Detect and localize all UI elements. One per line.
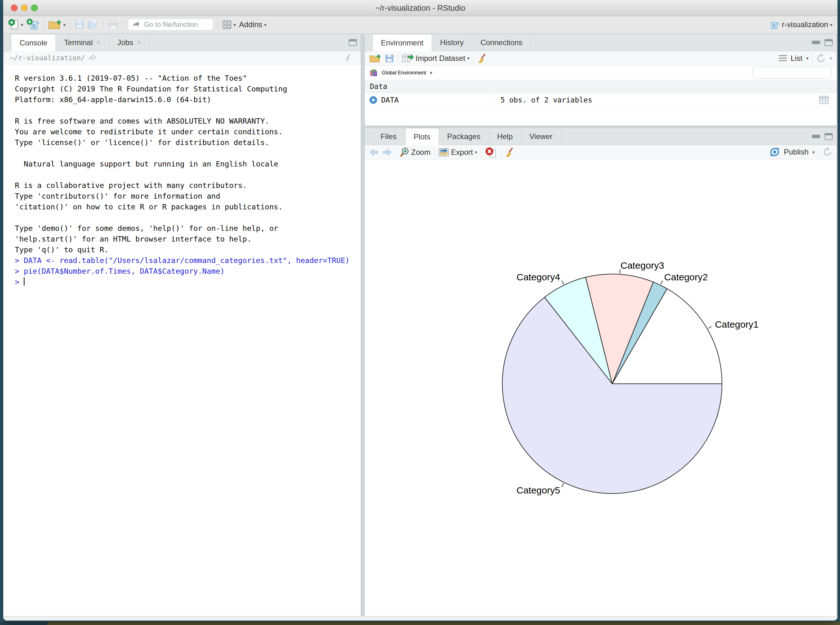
refresh-caret-icon[interactable]: ▾: [829, 56, 832, 61]
list-view-icon: [779, 55, 787, 61]
toolbar-separator: [481, 148, 481, 157]
list-view-label[interactable]: List: [791, 54, 803, 63]
object-name: DATA: [381, 96, 399, 104]
zoom-plot-label: Zoom: [411, 148, 430, 157]
tab-environment-label: Environment: [381, 39, 424, 47]
tab-packages[interactable]: Packages: [439, 128, 489, 145]
plots-pane: Files Plots Packages Help Viewer: [365, 128, 837, 616]
pie-label-tick: [661, 281, 663, 285]
pie-label-tick: [708, 326, 712, 329]
tab-console[interactable]: Console: [11, 34, 56, 51]
next-plot-icon[interactable]: [382, 148, 392, 156]
new-project-icon: R: [26, 19, 39, 31]
toolbar-separator: [501, 148, 501, 157]
pane-layout-button[interactable]: ▾: [222, 20, 236, 30]
tab-terminal[interactable]: Terminal ×: [56, 34, 109, 51]
minimize-pane-icon[interactable]: [812, 41, 820, 44]
table-row[interactable]: DATA 5 obs. of 2 variables: [365, 93, 837, 107]
tab-files[interactable]: Files: [372, 128, 405, 145]
toolbar-separator: [123, 19, 123, 30]
close-icon[interactable]: ×: [97, 39, 101, 47]
remove-plot-button[interactable]: [485, 147, 497, 158]
console-command: >DATA <- read.table("/Users/lsalazar/com…: [15, 255, 361, 266]
view-directory-icon[interactable]: [89, 54, 96, 61]
console-output-area[interactable]: R version 3.6.1 (2019-07-05) -- "Action …: [3, 65, 361, 287]
tab-viewer-label: Viewer: [530, 132, 553, 141]
toolbar-separator: [70, 19, 70, 30]
pie-label-tick: [562, 281, 564, 285]
global-environment-icon: [369, 68, 378, 77]
tab-help[interactable]: Help: [489, 128, 521, 145]
print-icon: [108, 20, 118, 30]
console-output: R version 3.6.1 (2019-07-05) -- "Action …: [15, 73, 361, 255]
environment-scope-label[interactable]: Global Environment: [382, 70, 426, 76]
project-menu-button[interactable]: R r-visualization ▾: [769, 19, 832, 30]
toolbar-separator: [473, 54, 474, 63]
svg-text:R: R: [772, 23, 776, 28]
toolbar-separator: [818, 147, 819, 157]
toolbar-separator: [44, 19, 44, 30]
load-workspace-icon[interactable]: [369, 54, 381, 63]
expand-object-icon[interactable]: [369, 96, 377, 104]
pie-label-category5: Category5: [517, 485, 560, 495]
maximize-pane-icon[interactable]: [824, 39, 833, 46]
tab-connections[interactable]: Connections: [472, 34, 531, 51]
clear-console-icon[interactable]: [344, 54, 352, 62]
title-bar: ~/r-visualization - RStudio: [3, 0, 837, 16]
publish-caret-icon[interactable]: ▾: [812, 150, 815, 154]
svg-text:R: R: [32, 23, 36, 30]
zoom-plot-button[interactable]: Zoom: [400, 147, 430, 157]
close-icon[interactable]: ×: [137, 39, 141, 47]
export-caret-icon: ▾: [475, 150, 477, 154]
save-icon: [75, 20, 84, 30]
print-button[interactable]: [108, 20, 118, 30]
toolbar-separator: [396, 148, 396, 157]
addins-button[interactable]: Addins ▾: [239, 20, 266, 29]
console-prompt-line[interactable]: >: [15, 277, 361, 287]
console-tabstrip: Console Terminal × Jobs ×: [3, 34, 361, 51]
open-file-caret-icon: ▾: [64, 22, 66, 27]
open-file-button[interactable]: ▾: [48, 19, 66, 30]
import-dataset-button[interactable]: Import Dataset ▾: [402, 54, 469, 63]
object-description: 5 obs. of 2 variables: [496, 93, 837, 107]
previous-plot-icon[interactable]: [369, 148, 379, 156]
maximize-pane-icon[interactable]: [824, 133, 833, 140]
import-dataset-caret-icon: ▾: [467, 56, 469, 61]
rstudio-window: ~/r-visualization - RStudio ▾ R: [3, 0, 837, 620]
refresh-icon[interactable]: [816, 54, 826, 63]
addins-caret-icon: ▾: [264, 22, 266, 27]
workbench: Console Terminal × Jobs × ~/r-visu: [3, 34, 837, 616]
environment-search-input[interactable]: [759, 69, 837, 77]
new-project-button[interactable]: R: [26, 19, 39, 31]
tab-files-label: Files: [380, 132, 397, 141]
save-button[interactable]: [75, 20, 84, 30]
environment-toolbar: Import Dataset ▾ List ▾: [365, 51, 837, 65]
tab-history[interactable]: History: [432, 34, 472, 51]
save-all-button[interactable]: [87, 20, 99, 30]
publish-label[interactable]: Publish: [784, 148, 809, 156]
maximize-pane-icon[interactable]: [349, 39, 357, 46]
clear-objects-icon[interactable]: [477, 53, 487, 64]
tab-environment[interactable]: Environment: [372, 34, 432, 51]
refresh-plot-icon[interactable]: [823, 147, 832, 157]
save-workspace-icon[interactable]: [385, 54, 394, 63]
pie-label-tick: [562, 483, 564, 487]
clear-plots-icon[interactable]: [505, 147, 514, 157]
environment-scope-caret-icon[interactable]: ▾: [430, 70, 433, 75]
minimize-pane-icon[interactable]: [812, 135, 820, 138]
export-plot-button[interactable]: Export ▾: [438, 148, 477, 157]
view-table-icon[interactable]: [819, 96, 829, 104]
environment-search[interactable]: [753, 67, 831, 79]
tab-jobs[interactable]: Jobs ×: [109, 34, 150, 51]
tab-history-label: History: [440, 38, 464, 47]
main-toolbar: ▾ R ▾: [3, 16, 837, 33]
list-view-caret-icon[interactable]: ▾: [806, 56, 809, 61]
pie-label-category4: Category4: [517, 272, 560, 282]
tab-plots[interactable]: Plots: [405, 128, 439, 145]
new-file-button[interactable]: ▾: [8, 19, 23, 30]
goto-file-search[interactable]: [128, 19, 213, 31]
goto-file-input[interactable]: [143, 20, 207, 29]
tab-viewer[interactable]: Viewer: [521, 128, 561, 145]
console-pane: Console Terminal × Jobs × ~/r-visu: [3, 34, 361, 616]
console-command: >pie(DATA$Number.of.Times, DATA$Category…: [15, 266, 361, 277]
